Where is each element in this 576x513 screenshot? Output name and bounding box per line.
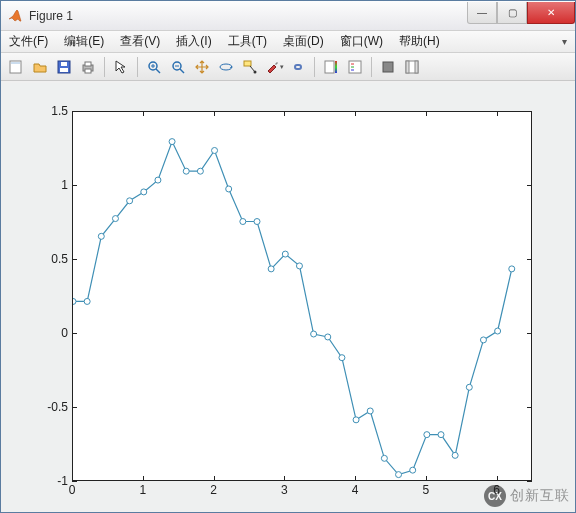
svg-point-57 — [466, 384, 472, 390]
ytick-label: -1 — [42, 474, 68, 488]
svg-rect-20 — [335, 61, 337, 73]
hide-plot-tools-button[interactable] — [377, 56, 399, 78]
svg-point-32 — [112, 216, 118, 222]
ytick-label: 1 — [42, 178, 68, 192]
minimize-button[interactable]: — — [467, 2, 497, 24]
svg-rect-27 — [406, 61, 409, 73]
svg-point-38 — [197, 168, 203, 174]
menu-window[interactable]: 窗口(W) — [336, 31, 387, 52]
ytick-label: -0.5 — [42, 400, 68, 414]
save-button[interactable] — [53, 56, 75, 78]
ytick-label: 0 — [42, 326, 68, 340]
separator — [314, 57, 315, 77]
svg-point-37 — [183, 168, 189, 174]
svg-point-56 — [452, 452, 458, 458]
menu-overflow-icon[interactable]: ▾ — [562, 36, 571, 47]
menu-desktop[interactable]: 桌面(D) — [279, 31, 328, 52]
zoom-in-button[interactable] — [143, 56, 165, 78]
link-button[interactable] — [287, 56, 309, 78]
menu-view[interactable]: 查看(V) — [116, 31, 164, 52]
xtick-label: 2 — [210, 483, 217, 497]
matlab-icon — [7, 8, 23, 24]
svg-point-29 — [73, 298, 76, 304]
svg-point-18 — [254, 70, 257, 73]
line-plot — [73, 112, 531, 480]
window-title: Figure 1 — [29, 9, 467, 23]
svg-point-31 — [98, 233, 104, 239]
svg-point-47 — [325, 334, 331, 340]
xtick-label: 5 — [423, 483, 430, 497]
svg-rect-25 — [383, 62, 393, 72]
svg-rect-4 — [61, 62, 67, 66]
open-button[interactable] — [29, 56, 51, 78]
toolbar: ▾ — [1, 53, 575, 81]
separator — [371, 57, 372, 77]
figure-window: Figure 1 — ▢ ✕ 文件(F) 编辑(E) 查看(V) 插入(I) 工… — [0, 0, 576, 513]
svg-point-30 — [84, 298, 90, 304]
svg-point-46 — [311, 331, 317, 337]
new-figure-button[interactable] — [5, 56, 27, 78]
ytick-label: 0.5 — [42, 252, 68, 266]
svg-point-52 — [396, 472, 402, 478]
svg-point-59 — [495, 328, 501, 334]
watermark: CX 创新互联 — [484, 485, 570, 507]
svg-point-35 — [155, 177, 161, 183]
separator — [137, 57, 138, 77]
svg-rect-6 — [85, 62, 91, 66]
svg-line-9 — [156, 69, 160, 73]
pan-button[interactable] — [191, 56, 213, 78]
svg-point-43 — [268, 266, 274, 272]
svg-point-34 — [141, 189, 147, 195]
svg-point-60 — [509, 266, 515, 272]
edit-plot-button[interactable] — [110, 56, 132, 78]
close-button[interactable]: ✕ — [527, 2, 575, 24]
rotate3d-button[interactable] — [215, 56, 237, 78]
svg-point-15 — [220, 64, 232, 70]
menu-insert[interactable]: 插入(I) — [172, 31, 215, 52]
svg-point-53 — [410, 467, 416, 473]
watermark-text: 创新互联 — [510, 487, 570, 505]
xtick-label: 1 — [139, 483, 146, 497]
svg-point-55 — [438, 432, 444, 438]
svg-rect-28 — [415, 61, 418, 73]
menu-file[interactable]: 文件(F) — [5, 31, 52, 52]
figure-canvas[interactable]: -1-0.500.511.50123456 — [2, 83, 574, 511]
svg-point-44 — [282, 251, 288, 257]
zoom-out-button[interactable] — [167, 56, 189, 78]
xtick-label: 4 — [352, 483, 359, 497]
svg-point-40 — [226, 186, 232, 192]
title-bar[interactable]: Figure 1 — ▢ ✕ — [1, 1, 575, 31]
print-button[interactable] — [77, 56, 99, 78]
ytick-label: 1.5 — [42, 104, 68, 118]
svg-point-48 — [339, 355, 345, 361]
show-plot-tools-button[interactable] — [401, 56, 423, 78]
separator — [104, 57, 105, 77]
svg-point-39 — [212, 147, 218, 153]
svg-point-49 — [353, 417, 359, 423]
svg-point-36 — [169, 139, 175, 145]
svg-rect-3 — [60, 68, 68, 72]
insert-legend-button[interactable] — [344, 56, 366, 78]
svg-line-13 — [180, 69, 184, 73]
menu-help[interactable]: 帮助(H) — [395, 31, 444, 52]
menu-tools[interactable]: 工具(T) — [224, 31, 271, 52]
svg-point-50 — [367, 408, 373, 414]
svg-point-58 — [480, 337, 486, 343]
maximize-button[interactable]: ▢ — [497, 2, 527, 24]
data-cursor-button[interactable] — [239, 56, 261, 78]
axes[interactable] — [72, 111, 532, 481]
xtick-label: 0 — [69, 483, 76, 497]
insert-colorbar-button[interactable] — [320, 56, 342, 78]
brush-button[interactable]: ▾ — [263, 56, 285, 78]
xtick-label: 3 — [281, 483, 288, 497]
menu-edit[interactable]: 编辑(E) — [60, 31, 108, 52]
menu-bar: 文件(F) 编辑(E) 查看(V) 插入(I) 工具(T) 桌面(D) 窗口(W… — [1, 31, 575, 53]
svg-point-42 — [254, 219, 260, 225]
svg-rect-19 — [325, 61, 334, 73]
svg-point-54 — [424, 432, 430, 438]
svg-rect-16 — [244, 61, 251, 66]
svg-rect-7 — [85, 69, 91, 73]
svg-rect-21 — [349, 61, 361, 73]
window-controls: — ▢ ✕ — [467, 2, 575, 24]
svg-point-41 — [240, 219, 246, 225]
